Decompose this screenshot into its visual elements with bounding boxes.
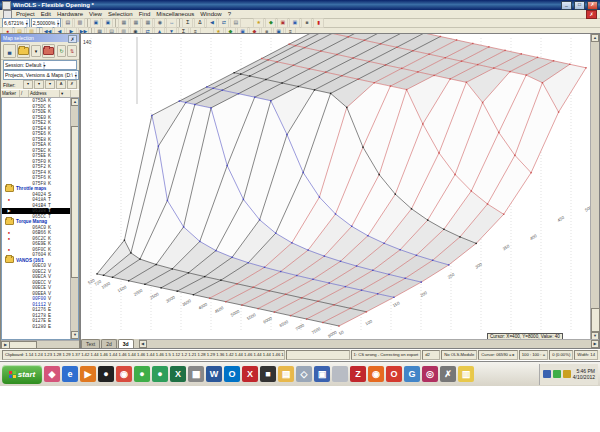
svg-text:5500: 5500: [246, 312, 257, 321]
filter-button[interactable]: ✗: [67, 80, 77, 89]
map-3d-view: 1405207201000150020002500300035004000450…: [80, 33, 600, 349]
refresh-icon[interactable]: ↻: [57, 45, 67, 57]
svg-text:140: 140: [83, 39, 92, 45]
scroll-right-icon[interactable]: ▶: [591, 340, 599, 348]
maximize-button[interactable]: □: [574, 1, 585, 10]
taskbar-icon[interactable]: ●: [134, 366, 150, 382]
scroll-left-icon[interactable]: ◀: [139, 340, 147, 348]
chevron-down-icon: ▾: [57, 20, 59, 27]
app-icon: [2, 1, 11, 10]
marker-icon: ●: [8, 247, 10, 252]
scroll-up-icon[interactable]: ▲: [71, 98, 79, 106]
svg-text:4000: 4000: [198, 301, 209, 310]
taskbar-icon[interactable]: ◆: [44, 366, 60, 382]
scroll-thumb[interactable]: [9, 341, 37, 349]
screen: WinOLS - Flexible Opening * _ □ ✗ Projec…: [0, 0, 600, 432]
taskbar-icon[interactable]: ✗: [440, 366, 456, 382]
session-combo[interactable]: Session: Default▾: [3, 60, 77, 70]
minimize-button[interactable]: _: [561, 1, 572, 10]
scroll-right-icon[interactable]: ▶: [1, 341, 10, 349]
selected-arrow-icon: ▶: [7, 208, 10, 213]
toolbar-separator: [179, 19, 180, 27]
toolbar-separator: [115, 19, 116, 27]
filter-button[interactable]: ▾: [23, 80, 33, 89]
filter-button[interactable]: ▾: [45, 80, 55, 89]
svg-text:4500: 4500: [214, 305, 225, 314]
surface-plot[interactable]: 1405207201000150020002500300035004000450…: [81, 34, 591, 340]
menu-item-miscellaneous[interactable]: Miscellaneous: [153, 11, 197, 17]
menu-item-project[interactable]: Project: [13, 11, 38, 17]
import-folder-button[interactable]: [42, 44, 55, 58]
tray-icon[interactable]: [543, 370, 551, 378]
menu-item-edit[interactable]: Edit: [38, 11, 54, 17]
svg-text:2500: 2500: [149, 291, 160, 300]
close-button[interactable]: ✗: [587, 1, 598, 10]
taskbar-icon[interactable]: ▶: [80, 366, 96, 382]
menu-item-hardware[interactable]: Hardware: [54, 11, 86, 17]
marker-icon: ●: [8, 236, 10, 241]
panel-vertical-scrollbar[interactable]: ▲ ▼: [70, 98, 78, 339]
taskbar-icon[interactable]: G: [404, 366, 420, 382]
taskbar-icon[interactable]: [332, 366, 348, 382]
taskbar-icon[interactable]: ▦: [188, 366, 204, 382]
filter-button[interactable]: ▾: [34, 80, 44, 89]
taskbar-icon[interactable]: X: [170, 366, 186, 382]
svg-text:400: 400: [529, 233, 538, 241]
taskbar-icon[interactable]: X: [242, 366, 258, 382]
status-segment: Cursor: 06590 = ▸: [478, 350, 517, 360]
open-folder-button[interactable]: [17, 44, 30, 58]
scroll-down-icon[interactable]: ▼: [71, 331, 79, 339]
start-button[interactable]: start: [2, 365, 42, 384]
chart-vertical-scrollbar[interactable]: ▲ ▼: [590, 34, 599, 340]
map-row-01280[interactable]: 01280E: [2, 324, 78, 330]
tray-icon[interactable]: [563, 370, 571, 378]
menu-item-?[interactable]: ?: [225, 11, 234, 17]
taskbar-icon[interactable]: ■: [260, 366, 276, 382]
chart-horizontal-scrollbar[interactable]: ◀ ▶: [139, 339, 599, 348]
taskbar-icon[interactable]: ▤: [278, 366, 294, 382]
taskbar-icon[interactable]: ◉: [368, 366, 384, 382]
taskbar-icon[interactable]: W: [206, 366, 222, 382]
menu-item-view[interactable]: View: [86, 11, 105, 17]
status-segment: 1: CS wrong - Correcting on export: [351, 350, 422, 360]
tab-3d[interactable]: 3d: [118, 339, 134, 348]
menu-item-selection[interactable]: Selection: [105, 11, 136, 17]
tray-icon[interactable]: [553, 370, 561, 378]
window-titlebar: WinOLS - Flexible Opening * _ □ ✗: [0, 0, 600, 10]
taskbar-icon[interactable]: e: [62, 366, 78, 382]
table-header[interactable]: Marker / Address ▾: [1, 89, 79, 98]
scroll-thumb[interactable]: [71, 126, 79, 278]
taskbar-icon[interactable]: ●: [152, 366, 168, 382]
taskbar-icon[interactable]: ◇: [296, 366, 312, 382]
filter-row: Filter: ▾▾▾A✗: [1, 80, 79, 89]
scroll-thumb[interactable]: [591, 308, 600, 332]
menu-item-find[interactable]: Find: [136, 11, 154, 17]
scroll-up-icon[interactable]: ▲: [591, 34, 599, 42]
swap-icon[interactable]: ⇅: [67, 45, 77, 57]
taskbar-icon[interactable]: Z: [350, 366, 366, 382]
panel-titlebar[interactable]: Map selection ✗: [1, 34, 79, 42]
save-button[interactable]: ▄: [3, 44, 16, 58]
tab-2d[interactable]: 2d: [101, 339, 117, 348]
panel-title: Map selection: [3, 34, 34, 42]
svg-text:300: 300: [474, 261, 483, 269]
chevron-down-icon[interactable]: ▾: [31, 45, 41, 57]
taskbar-icon[interactable]: ◉: [116, 366, 132, 382]
filter-button[interactable]: A: [56, 80, 66, 89]
taskbar-icon[interactable]: O: [224, 366, 240, 382]
panel-close-icon[interactable]: ✗: [68, 35, 77, 43]
taskbar-icon[interactable]: O: [386, 366, 402, 382]
panel-horizontal-scrollbar[interactable]: ◀ ▶: [1, 340, 79, 349]
taskbar-icon[interactable]: ◎: [422, 366, 438, 382]
taskbar-icon[interactable]: ▣: [314, 366, 330, 382]
menu-item-window[interactable]: Window: [197, 11, 224, 17]
folder-red-icon: [43, 47, 54, 55]
chevron-down-icon: ▾: [26, 20, 28, 27]
tab-text[interactable]: Text: [81, 339, 100, 348]
svg-text:6000: 6000: [262, 315, 273, 324]
svg-text:200: 200: [419, 290, 428, 298]
taskbar-icon[interactable]: ▥: [458, 366, 474, 382]
taskbar-icon[interactable]: ●: [98, 366, 114, 382]
projects-combo[interactable]: Projects, Versions & Maps (D:\▾: [3, 70, 79, 80]
svg-text:350: 350: [502, 243, 511, 251]
